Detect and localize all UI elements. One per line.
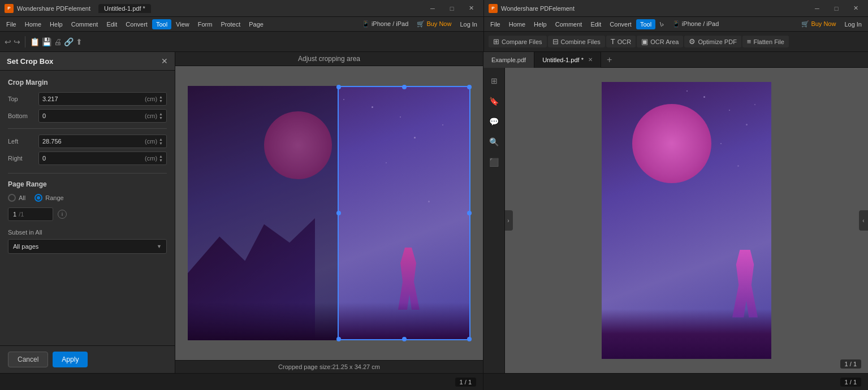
menu-page[interactable]: Page [245,19,267,29]
right-spinner-down[interactable]: ▼ [159,158,163,162]
sidebar-icon-bookmark[interactable]: 🔖 [486,93,503,110]
right-minimize-btn[interactable]: ─ [809,3,825,14]
tab-add-icon[interactable]: + [601,53,617,67]
canvas-area: Adjust cropping area [175,52,483,373]
menu-form[interactable]: Form [194,19,217,29]
right-win-controls: ─ □ ✕ [809,3,863,14]
collapse-sidebar-btn[interactable]: › [505,210,513,231]
menu-buynow[interactable]: 🛒 Buy Now [413,19,455,29]
right-pdf-page [602,82,771,359]
bottom-field-input[interactable]: 0 (cm) ▲ ▼ [38,109,167,123]
top-field-input[interactable]: 3.217 (cm) ▲ ▼ [38,92,167,106]
sidebar-icon-comment[interactable]: 💬 [486,113,503,130]
left-spinner-down[interactable]: ▼ [159,141,163,145]
menu-help[interactable]: Help [46,19,67,29]
crop-box[interactable] [338,86,470,340]
menu-comment[interactable]: Comment [67,19,102,29]
bottom-spinner-down[interactable]: ▼ [159,116,163,120]
menu-view[interactable]: View [172,19,193,29]
left-toolbar-icon1[interactable]: 📋 [30,37,40,46]
right-menu-help[interactable]: Help [530,19,551,29]
right-menu-more[interactable]: \› [656,19,668,29]
subset-value: All pages [13,243,38,250]
tab-close-icon[interactable]: ✕ [588,57,593,63]
dialog-close-icon[interactable]: ✕ [161,57,168,66]
right-canvas[interactable]: › [505,68,868,373]
combine-files-btn[interactable]: ⊟ Combine Files [548,36,605,47]
top-spinner-up[interactable]: ▲ [159,95,163,99]
right-maximize-btn[interactable]: □ [828,3,844,14]
maximize-btn[interactable]: □ [444,3,460,14]
left-toolbar-forward[interactable]: ↪ [14,37,20,46]
crop-handle-tl[interactable] [336,85,341,89]
right-close-btn[interactable]: ✕ [848,3,863,14]
right-menu-home[interactable]: Home [505,19,529,29]
right-menu-tool[interactable]: Tool [636,19,655,29]
crop-handle-br[interactable] [467,337,472,341]
left-toolbar-icon3[interactable]: 🖨 [54,37,62,46]
menu-ipad[interactable]: 📱 iPhone / iPad [358,19,413,29]
ocr-area-btn[interactable]: ▣ OCR Area [637,36,683,47]
radio-all-label: All [19,194,25,201]
menu-login[interactable]: Log In [456,19,481,29]
crop-handle-mr[interactable] [467,211,472,215]
right-toolbar: ⊞ Compare Files ⊟ Combine Files T OCR ▣ … [483,32,868,52]
left-toolbar-back[interactable]: ↩ [5,37,11,46]
radio-range-label: Range [45,194,63,201]
right-field-input[interactable]: 0 (cm) ▲ ▼ [38,151,167,165]
right-menu-edit[interactable]: Edit [586,19,605,29]
apply-button[interactable]: Apply [53,352,88,367]
radio-range[interactable]: Range [34,194,63,202]
menu-edit[interactable]: Edit [102,19,121,29]
left-toolbar-icon2[interactable]: 💾 [42,37,51,46]
subset-label: Subset in All [8,229,167,236]
left-toolbar-icon4[interactable]: 🔗 [64,37,74,46]
left-field-input[interactable]: 28.756 (cm) ▲ ▼ [38,135,167,148]
right-menu-bar: File Home Help Comment Edit Convert Tool… [483,17,868,32]
menu-protect[interactable]: Protect [217,19,244,29]
menu-convert[interactable]: Convert [122,19,152,29]
flatten-file-btn[interactable]: ≡ Flatten File [742,36,789,47]
right-menu-convert[interactable]: Convert [606,19,636,29]
menu-file[interactable]: File [2,19,20,29]
minimize-btn[interactable]: ─ [425,3,441,14]
subset-select[interactable]: All pages ▼ [8,239,167,254]
right-menu-ipad[interactable]: 📱 iPhone / iPad [668,19,723,29]
compare-files-btn[interactable]: ⊞ Compare Files [489,36,547,47]
canvas-viewport[interactable] [175,66,483,360]
bottom-field-label: Bottom [8,112,35,119]
menu-tool[interactable]: Tool [152,19,171,29]
range-input[interactable]: 1 /1 [8,207,53,221]
top-spinner-down[interactable]: ▼ [159,99,163,103]
sidebar-icon-layers[interactable]: ⬛ [486,154,503,171]
menu-home[interactable]: Home [21,19,45,29]
tab-untitled[interactable]: Untitled-1.pdf * ✕ [534,52,601,68]
right-menu-comment[interactable]: Comment [551,19,586,29]
close-btn[interactable]: ✕ [463,3,479,14]
left-tab-untitled[interactable]: Untitled-1.pdf * [98,4,151,13]
cancel-button[interactable]: Cancel [8,352,48,367]
crop-handle-tr[interactable] [467,85,472,89]
info-icon[interactable]: i [58,210,67,219]
right-menu-file[interactable]: File [486,19,504,29]
radio-all[interactable]: All [8,194,25,202]
left-toolbar-icon5[interactable]: ⬆ [76,37,83,46]
sidebar-icon-search[interactable]: 🔍 [486,133,503,150]
right-menu-login[interactable]: Log In [840,19,866,29]
crop-handle-ml[interactable] [336,211,341,215]
optimize-pdf-btn[interactable]: ⚙ Optimize PDF [684,36,741,47]
sidebar-icon-thumbnails[interactable]: ⊞ [486,72,503,89]
tab-example[interactable]: Example.pdf [483,52,534,68]
ocr-btn[interactable]: T OCR [606,36,636,47]
left-spinner-up[interactable]: ▲ [159,137,163,141]
bottom-spinner-up[interactable]: ▲ [159,112,163,116]
right-spinner-up[interactable]: ▲ [159,154,163,158]
left-app-icon: P [5,4,14,13]
right-field-row: Right 0 (cm) ▲ ▼ [8,151,167,165]
crop-handle-bl[interactable] [336,337,341,341]
tab-untitled-label: Untitled-1.pdf * [542,57,584,63]
right-menu-buynow[interactable]: 🛒 Buy Now [797,19,840,29]
expand-panel-btn[interactable]: ‹ [859,210,868,231]
crop-handle-bc[interactable] [402,337,407,341]
crop-handle-tc[interactable] [402,85,407,89]
